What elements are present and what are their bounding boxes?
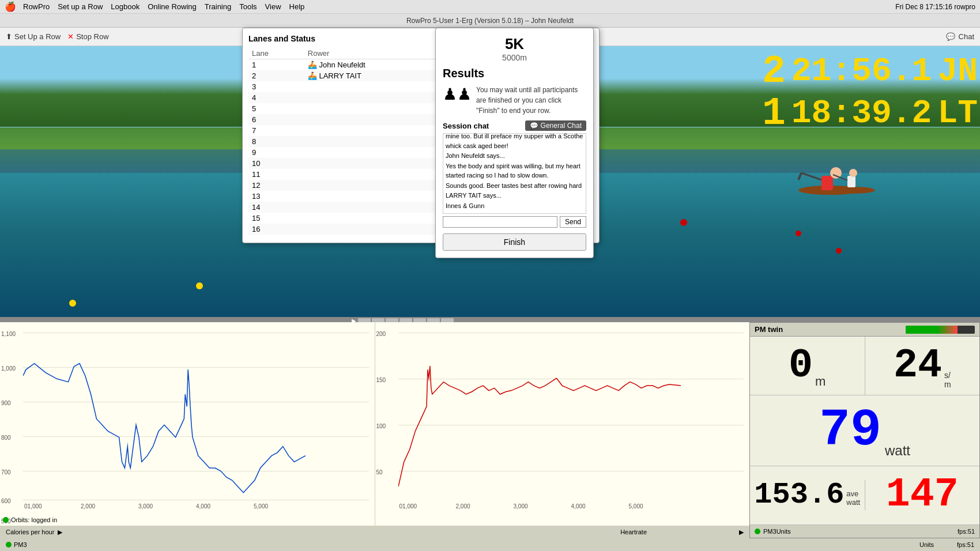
stop-row-button[interactable]: ✕ Stop Row <box>67 32 108 41</box>
chat-button[interactable]: 💬 Chat <box>946 32 974 41</box>
menu-setup[interactable]: Set up a Row <box>58 2 103 11</box>
menu-tools[interactable]: Tools <box>239 2 257 11</box>
stop-label: Stop Row <box>76 32 108 41</box>
chat-message: LARRY TAIT says... <box>446 191 583 201</box>
pm-ave-metric: 153.6 ave watt <box>750 480 865 510</box>
apple-menu[interactable]: 🍎 <box>5 1 16 12</box>
chat-input[interactable] <box>443 216 557 228</box>
pm-distance-unit: m <box>815 374 826 395</box>
chart-status-bar: Calories per hour ▶ Heartrate ▶ <box>0 526 749 538</box>
chat-message: Sounds good. Beer tastes best after rowi… <box>446 181 583 191</box>
svg-line-8 <box>833 175 847 180</box>
rower-cell <box>304 114 457 125</box>
y-label: 1,100 <box>1 331 16 337</box>
rower-cell <box>304 136 457 147</box>
lane-cell: 13 <box>248 191 304 202</box>
lane-cell: 11 <box>248 169 304 180</box>
rower-cell <box>304 125 457 136</box>
units-button[interactable]: Units <box>777 528 791 535</box>
setup-row-button[interactable]: ⬆ Set Up a Row <box>6 32 61 41</box>
setup-label: Set Up a Row <box>14 32 61 41</box>
menu-training[interactable]: Training <box>205 2 231 11</box>
pm-power-value: 79 <box>819 405 881 456</box>
menu-logbook[interactable]: Logbook <box>111 2 140 11</box>
fps-status-label: fps:51 <box>957 541 974 548</box>
y-label: 100 <box>376 423 386 429</box>
menu-online-rowing[interactable]: Online Rowing <box>148 2 197 11</box>
pm-panel: PM twin 0 m 24 s/ m 79 watt 153.6 ave wa… <box>749 322 980 538</box>
chat-icon: 💬 <box>946 32 955 41</box>
pm-rate-value: 24 <box>894 346 942 386</box>
y-label: 150 <box>376 377 386 383</box>
pm3-label: PM3 <box>14 541 27 548</box>
session-chat-label: Session chat <box>443 122 489 130</box>
lane-cell: 16 <box>248 224 304 235</box>
rower-cell <box>304 180 457 191</box>
pm-ave-value: 153.6 <box>754 480 844 510</box>
lane-cell: 12 <box>248 180 304 191</box>
col-lane: Lane <box>248 48 304 59</box>
red-chart-canvas <box>398 330 692 526</box>
pm-label: PM3 <box>763 528 777 535</box>
lane-cell: 9 <box>248 147 304 158</box>
lane-cell: 1 <box>248 59 304 71</box>
chess-icon: ♟♟ <box>443 85 472 104</box>
svg-rect-6 <box>847 176 855 187</box>
chat-messages[interactable]: you rowing and use the C2 email to tell … <box>443 133 586 214</box>
setup-icon: ⬆ <box>6 32 12 41</box>
lane-cell: 2 <box>248 70 304 81</box>
score-place-2: 1 <box>762 94 786 133</box>
general-chat-button[interactable]: 💬 General Chat <box>525 120 586 131</box>
finish-button[interactable]: Finish <box>443 233 586 251</box>
units-status-label[interactable]: Units <box>919 541 934 548</box>
rower-cell <box>304 103 457 114</box>
menu-help[interactable]: Help <box>289 2 305 11</box>
heartrate-status-label: Heartrate <box>620 529 647 535</box>
pm-dot <box>755 529 760 534</box>
fps-label: fps:51 <box>958 528 975 535</box>
score-time-2: 18:39.2 <box>791 97 932 130</box>
results-text: You may wait until all participants are … <box>476 85 586 116</box>
results-panel: 5K 5000m Results ♟♟ You may wait until a… <box>435 28 594 258</box>
lane-cell: 4 <box>248 92 304 103</box>
chart-status: Orbits: logged in <box>3 516 57 523</box>
col-rower: Rower <box>304 48 457 59</box>
pm-progress-bar <box>906 326 975 334</box>
results-distance: 5000m <box>443 53 586 62</box>
pm-title: PM twin <box>755 325 783 334</box>
send-button[interactable]: Send <box>560 216 586 228</box>
menu-rowpro[interactable]: RowPro <box>23 2 50 11</box>
orbits-label: Orbits: logged in <box>11 516 57 523</box>
stop-icon: ✕ <box>67 32 74 41</box>
calories-arrow-icon[interactable]: ▶ <box>58 529 62 536</box>
menu-bar: 🍎 RowPro Set up a Row Logbook Online Row… <box>0 0 980 14</box>
pm-distance-row: 0 m 24 s/ m <box>750 337 979 395</box>
lane-cell: 7 <box>248 125 304 136</box>
lane-cell: 6 <box>248 114 304 125</box>
chat-message: John Neufeldt says... <box>446 151 583 161</box>
y-label: 900 <box>1 400 11 406</box>
pm-power-unit: watt <box>885 443 910 466</box>
lane-cell: 5 <box>248 103 304 114</box>
rower-cell <box>304 169 457 180</box>
pm-power-row: 79 watt <box>750 395 979 466</box>
chat-message: Innes & Gunn <box>446 201 583 211</box>
results-label: Results <box>443 67 586 80</box>
heartrate-arrow-icon[interactable]: ▶ <box>739 529 744 536</box>
yellow-dot-2 <box>69 300 76 307</box>
rower-cell <box>304 202 457 213</box>
score-display-area: 2 21:56.1 JN 1 18:39.2 LT <box>762 52 978 133</box>
lane-cell: 14 <box>248 202 304 213</box>
menu-view[interactable]: View <box>265 2 281 11</box>
status-dot <box>3 517 9 523</box>
chat-message: Yes the body and spirit was willing, but… <box>446 161 583 180</box>
y-label: 1,000 <box>1 365 16 372</box>
blue-chart-canvas <box>23 330 317 526</box>
y-label: 800 <box>1 435 11 441</box>
pm-rate-unit2: m <box>944 380 951 389</box>
calories-status-label: Calories per hour <box>6 529 54 535</box>
heartrate-chart: 200 150 100 50 01,000 2,000 3,000 4,000 … <box>375 322 750 526</box>
rower-cell <box>304 92 457 103</box>
pm-ave-unit: watt <box>846 498 860 507</box>
svg-point-7 <box>849 169 857 177</box>
